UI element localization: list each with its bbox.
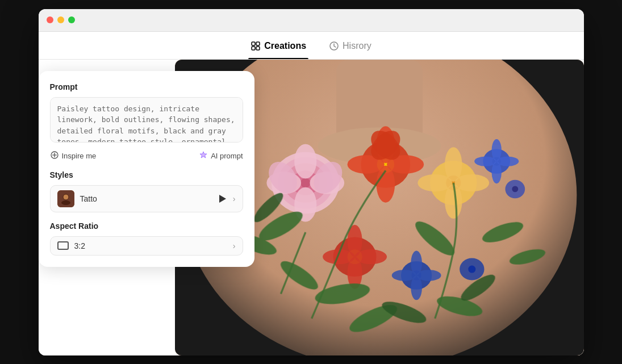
- browser-window: Creations Hisrory: [39, 9, 584, 355]
- svg-point-53: [416, 270, 441, 281]
- app-content: Creations Hisrory: [39, 32, 584, 355]
- clock-icon: [329, 41, 339, 51]
- svg-point-47: [354, 249, 386, 264]
- tab-creations-label: Creations: [264, 41, 306, 51]
- style-name: Tatto: [80, 194, 97, 203]
- svg-point-72: [63, 194, 69, 200]
- svg-point-39: [496, 156, 519, 166]
- aspect-ratio-value: 3:2: [74, 241, 85, 250]
- svg-point-13: [300, 178, 310, 187]
- svg-point-73: [61, 200, 70, 205]
- svg-rect-1: [256, 42, 260, 45]
- svg-point-41: [512, 186, 518, 192]
- maximize-button[interactable]: [68, 16, 75, 23]
- svg-point-38: [474, 156, 496, 166]
- ai-prompt-button[interactable]: AI prompt: [199, 150, 243, 161]
- svg-point-14: [294, 144, 316, 178]
- svg-point-33: [454, 174, 489, 191]
- svg-point-31: [445, 184, 462, 219]
- minimize-button[interactable]: [57, 16, 64, 23]
- title-bar: [39, 9, 584, 32]
- style-chevron-icon: ›: [233, 194, 236, 203]
- tab-history-label: Hisrory: [343, 41, 371, 51]
- inspire-icon: [50, 150, 59, 161]
- tab-history[interactable]: Hisrory: [327, 41, 374, 59]
- prompt-textarea[interactable]: Paisley tattoo design, intricate linewor…: [50, 97, 243, 143]
- svg-rect-3: [256, 47, 260, 50]
- svg-rect-2: [252, 47, 255, 50]
- aspect-ratio-icon: [57, 241, 69, 250]
- aspect-ratio-label: Aspect Ratio: [50, 221, 243, 231]
- style-thumbnail: [57, 190, 74, 207]
- aspect-ratio-selector[interactable]: 3:2 ›: [50, 236, 243, 256]
- aspect-chevron-icon: ›: [233, 241, 236, 250]
- inspire-button[interactable]: Inspire me: [50, 150, 97, 161]
- styles-label: Styles: [50, 170, 243, 179]
- prompt-actions: Inspire me AI prompt: [50, 150, 243, 161]
- grid-icon: [251, 41, 261, 51]
- prompt-panel: Prompt Paisley tattoo design, intricate …: [39, 71, 254, 267]
- svg-point-55: [468, 265, 475, 273]
- inspire-label: Inspire me: [62, 152, 97, 160]
- main-area: Prompt Paisley tattoo design, intricate …: [39, 60, 584, 355]
- generate-play-icon[interactable]: [219, 195, 226, 203]
- aspect-left: 3:2: [57, 241, 85, 250]
- svg-rect-0: [252, 42, 255, 45]
- svg-point-30: [445, 147, 462, 182]
- tab-bar: Creations Hisrory: [39, 32, 584, 60]
- style-selector[interactable]: Tatto ›: [50, 185, 243, 212]
- tab-creations[interactable]: Creations: [248, 41, 308, 59]
- prompt-label: Prompt: [50, 82, 243, 91]
- svg-point-32: [418, 174, 452, 191]
- style-left: Tatto: [57, 190, 97, 207]
- close-button[interactable]: [47, 16, 53, 23]
- ai-prompt-label: AI prompt: [211, 152, 243, 160]
- svg-point-52: [391, 270, 416, 281]
- ai-icon: [199, 150, 208, 161]
